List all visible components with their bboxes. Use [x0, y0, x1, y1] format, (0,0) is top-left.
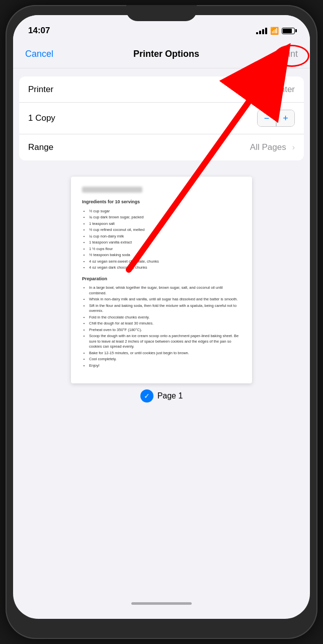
list-item: Enjoy! — [89, 363, 241, 369]
signal-icon — [256, 27, 267, 34]
page-title: Printer Options — [133, 49, 199, 59]
notch — [126, 5, 197, 21]
preparation-heading: Preparation — [82, 276, 241, 283]
list-item: ¼ cup non-dairy milk — [89, 234, 241, 239]
stepper-plus-button[interactable]: + — [276, 110, 294, 126]
copy-stepper: − + — [257, 110, 295, 127]
range-value: All Pages — [250, 142, 286, 152]
list-item: Whisk in non-dairy milk and vanilla, unt… — [89, 297, 241, 302]
list-item: In a large bowl, whisk together the suga… — [89, 285, 241, 296]
wifi-icon: 📶 — [270, 27, 279, 35]
stepper-minus-button[interactable]: − — [258, 110, 276, 126]
list-item: 4 oz vegan dark chocolate, chunks — [89, 265, 241, 271]
printer-label: Printer — [28, 85, 53, 95]
list-item: 4 oz vegan semi-sweet chocolate, chunks — [89, 259, 241, 265]
ingredients-list: ½ cup sugar ¾ cup dark brown sugar, pack… — [82, 209, 241, 271]
list-item: 1 teaspoon salt — [89, 221, 241, 227]
print-button-wrapper: Print — [279, 49, 298, 59]
nav-bar: Cancel Printer Options Print — [13, 40, 310, 68]
copy-label: 1 Copy — [28, 113, 55, 123]
list-item: 1 ½ cups flour — [89, 247, 241, 252]
range-chevron-icon: › — [292, 143, 295, 152]
preparation-list: In a large bowl, whisk together the suga… — [82, 285, 241, 368]
range-label: Range — [28, 142, 53, 152]
list-item: ½ cup sugar — [89, 209, 241, 214]
page-indicator-label: Page 1 — [157, 391, 183, 400]
list-item: Scoop the dough with an ice cream scoop … — [89, 334, 241, 350]
page-preview: Ingredients for 10 servings ½ cup sugar … — [71, 177, 252, 383]
preview-area: Ingredients for 10 servings ½ cup sugar … — [13, 169, 310, 411]
list-item: 1 teaspoon vanilla extract — [89, 240, 241, 246]
options-section: Printer Select Printer 1 Copy − + Range — [19, 76, 304, 160]
printer-option-row[interactable]: Printer Select Printer — [19, 76, 304, 103]
list-item: ½ teaspoon baking soda — [89, 253, 241, 258]
home-indicator — [131, 602, 192, 605]
status-time: 14:07 — [28, 26, 50, 36]
list-item: Fold in the chocolate chunks evenly. — [89, 315, 241, 320]
list-item: Chill the dough for at least 30 minutes. — [89, 321, 241, 327]
list-item: ¾ cup dark brown sugar, packed — [89, 215, 241, 220]
cancel-button[interactable]: Cancel — [25, 49, 53, 59]
status-icons: 📶 — [256, 27, 295, 35]
copy-stepper-wrapper: − + — [257, 110, 295, 127]
range-option-row[interactable]: Range All Pages › — [19, 134, 304, 160]
battery-icon — [282, 28, 295, 34]
phone-screen: 14:07 📶 Cancel Printer Options Print — [13, 15, 310, 619]
list-item: ½ cup refined coconut oil, melted — [89, 227, 241, 233]
page-indicator: ✓ Page 1 — [140, 389, 183, 403]
phone-frame: 14:07 📶 Cancel Printer Options Print — [6, 5, 317, 639]
page-checkmark-icon: ✓ — [140, 389, 153, 403]
range-value-wrapper: All Pages › — [250, 142, 295, 152]
list-item: Preheat oven to 350°F (180°C). — [89, 328, 241, 333]
printer-value: Select Printer — [244, 85, 295, 95]
ingredients-heading: Ingredients for 10 servings — [82, 199, 241, 206]
copy-option-row: 1 Copy − + — [19, 103, 304, 134]
list-item: Bake for 12-15 minutes, or until cookies… — [89, 351, 241, 356]
blurred-title — [82, 187, 142, 193]
list-item: Sift in the flour and baking soda, then … — [89, 303, 241, 314]
print-button[interactable]: Print — [279, 49, 298, 59]
list-item: Cool completely. — [89, 357, 241, 362]
